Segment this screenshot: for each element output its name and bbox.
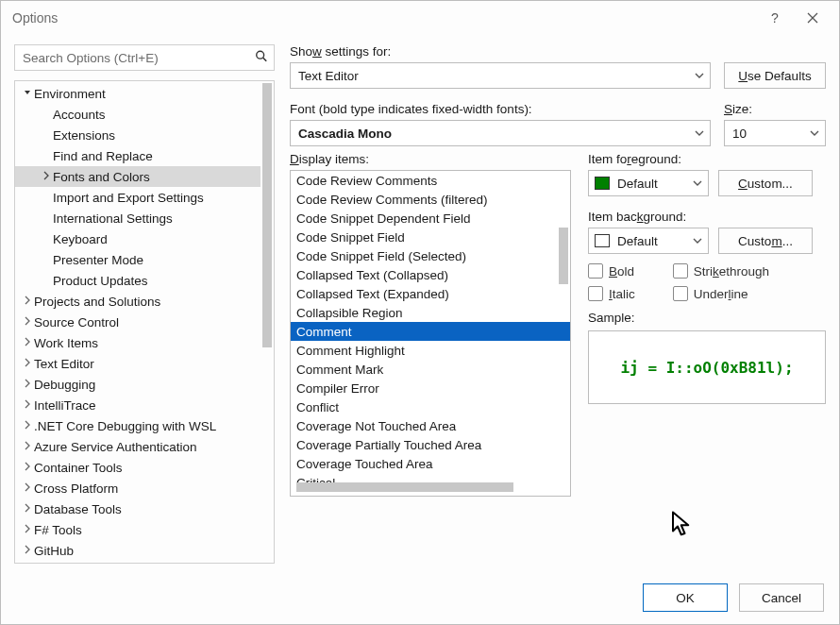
sample-preview: ij = I::oO(0xB81l); [588, 330, 826, 404]
listbox-vscroll-thumb[interactable] [559, 228, 568, 284]
chevron-down-icon [695, 127, 704, 141]
tree-item[interactable]: Database Tools [15, 498, 260, 519]
chevron-right-icon[interactable] [21, 420, 34, 431]
listbox-hscroll-thumb[interactable] [296, 482, 513, 492]
tree-item[interactable]: Work Items [15, 332, 260, 353]
font-select[interactable]: Cascadia Mono [290, 120, 711, 146]
display-items-listbox[interactable]: Code Review CommentsCode Review Comments… [290, 170, 571, 497]
chevron-down-icon [693, 177, 702, 191]
chevron-right-icon[interactable] [21, 524, 34, 535]
display-item[interactable]: Coverage Partially Touched Area [291, 435, 570, 454]
underline-checkbox[interactable]: Underline [673, 286, 769, 301]
tree-item[interactable]: .NET Core Debugging with WSL [15, 415, 260, 436]
display-item[interactable]: Code Snippet Field (Selected) [291, 246, 570, 265]
chevron-right-icon[interactable] [21, 399, 34, 411]
tree-item-label: IntelliTrace [34, 398, 96, 413]
tree-item-label: Cross Platform [34, 481, 118, 496]
display-item[interactable]: Collapsed Text (Expanded) [291, 284, 570, 303]
tree-scrollbar-thumb[interactable] [262, 83, 272, 347]
item-foreground-select[interactable]: Default [588, 170, 709, 196]
background-value: Default [617, 234, 658, 248]
tree-item[interactable]: Fonts and Colors [15, 166, 260, 187]
search-input[interactable] [15, 45, 274, 70]
display-item[interactable]: Collapsed Text (Collapsed) [291, 265, 570, 284]
tree-item[interactable]: Cross Platform [15, 478, 260, 498]
display-item[interactable]: Conflict [291, 397, 570, 416]
tree-item-label: Product Updates [53, 274, 148, 288]
tree-item-label: Text Editor [34, 357, 94, 371]
window-title: Options [12, 10, 58, 25]
item-foreground-label: Item foreground: [588, 152, 826, 166]
tree-item[interactable]: Environment [15, 83, 260, 104]
chevron-right-icon[interactable] [21, 379, 34, 390]
chevron-right-icon[interactable] [21, 503, 34, 515]
tree-item[interactable]: Debugging [15, 374, 260, 395]
tree-item-label: F# Tools [34, 523, 82, 537]
ok-button[interactable]: OK [643, 583, 728, 612]
chevron-right-icon[interactable] [21, 441, 34, 452]
options-tree[interactable]: EnvironmentAccountsExtensionsFind and Re… [14, 80, 275, 564]
search-options[interactable] [14, 44, 275, 71]
tree-item[interactable]: Container Tools [15, 457, 260, 478]
tree-item[interactable]: Import and Export Settings [15, 187, 260, 208]
tree-item-label: Database Tools [34, 502, 122, 516]
help-button[interactable]: ? [756, 5, 794, 31]
tree-item[interactable]: F# Tools [15, 519, 260, 540]
chevron-right-icon[interactable] [21, 337, 34, 348]
size-select[interactable]: 10 [724, 120, 826, 146]
tree-item[interactable]: Presenter Mode [15, 249, 260, 270]
tree-item[interactable]: Projects and Solutions [15, 291, 260, 312]
chevron-right-icon[interactable] [21, 545, 34, 556]
tree-item-label: Container Tools [34, 461, 123, 475]
tree-item[interactable]: IntelliTrace [15, 395, 260, 415]
display-item[interactable]: Collapsible Region [291, 303, 570, 322]
chevron-right-icon[interactable] [21, 482, 34, 494]
tree-item[interactable]: Extensions [15, 125, 260, 145]
chevron-down-icon[interactable] [21, 88, 34, 99]
tree-item[interactable]: International Settings [15, 208, 260, 228]
tree-item[interactable]: Text Editor [15, 353, 260, 374]
display-item[interactable]: Code Snippet Field [291, 228, 570, 246]
show-settings-for-select[interactable]: Text Editor [290, 62, 711, 89]
close-button[interactable] [794, 5, 832, 31]
chevron-right-icon[interactable] [21, 462, 34, 473]
chevron-right-icon[interactable] [21, 316, 34, 328]
cancel-button[interactable]: Cancel [739, 583, 824, 612]
tree-item-label: Find and Replace [53, 149, 153, 163]
svg-point-0 [257, 51, 264, 59]
tree-item[interactable]: Azure Service Authentication [15, 436, 260, 457]
italic-checkbox[interactable]: Italic [588, 286, 635, 301]
tree-item[interactable]: Accounts [15, 104, 260, 125]
strikethrough-checkbox[interactable]: Strikethrough [673, 263, 769, 279]
chevron-right-icon[interactable] [21, 358, 34, 369]
display-item[interactable]: Coverage Not Touched Area [291, 416, 570, 435]
tree-item-label: Work Items [34, 336, 98, 350]
display-item[interactable]: Code Review Comments (filtered) [291, 190, 570, 209]
display-item[interactable]: Comment Highlight [291, 341, 570, 360]
chevron-right-icon[interactable] [40, 171, 53, 182]
use-defaults-button[interactable]: Use Defaults [724, 62, 826, 89]
display-item[interactable]: Comment [291, 322, 570, 341]
bold-checkbox[interactable]: Bold [588, 263, 635, 279]
tree-item[interactable]: Source Control [15, 312, 260, 332]
size-value: 10 [732, 127, 747, 141]
tree-item[interactable]: GitHub [15, 540, 260, 561]
foreground-swatch [595, 177, 610, 190]
tree-item[interactable]: Find and Replace [15, 145, 260, 166]
display-items-label: Display items: [290, 152, 571, 166]
display-item[interactable]: Code Review Comments [291, 171, 570, 190]
custom-foreground-button[interactable]: Custom... [718, 170, 813, 196]
chevron-right-icon[interactable] [21, 296, 34, 307]
item-background-label: Item background: [588, 210, 826, 224]
tree-item-label: Fonts and Colors [53, 170, 150, 184]
display-item[interactable]: Comment Mark [291, 360, 570, 379]
display-item[interactable]: Coverage Touched Area [291, 454, 570, 473]
display-item[interactable]: Code Snippet Dependent Field [291, 209, 570, 228]
tree-item[interactable]: Product Updates [15, 270, 260, 291]
display-item[interactable]: Compiler Error [291, 379, 570, 397]
close-icon [807, 12, 818, 24]
tree-item[interactable]: Keyboard [15, 228, 260, 249]
custom-background-button[interactable]: Custom... [718, 228, 813, 254]
foreground-value: Default [617, 177, 658, 191]
item-background-select[interactable]: Default [588, 228, 709, 254]
